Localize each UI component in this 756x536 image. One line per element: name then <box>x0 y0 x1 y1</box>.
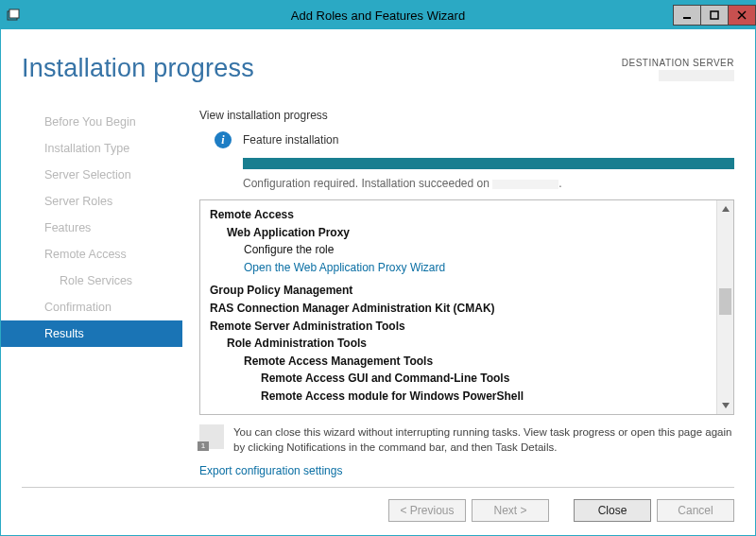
tree-configure-role: Configure the role <box>210 241 707 259</box>
svg-rect-3 <box>711 11 718 19</box>
minimize-button[interactable] <box>673 5 701 26</box>
status-message-post: . <box>558 177 561 190</box>
view-progress-label: View installation progress <box>199 109 734 122</box>
sidebar-item-confirmation: Confirmation <box>22 294 182 320</box>
note-text: You can close this wizard without interr… <box>233 424 734 455</box>
sidebar-item-remote-access: Remote Access <box>22 241 182 268</box>
status-message: Configuration required. Installation suc… <box>243 177 734 190</box>
next-button: Next > <box>472 499 549 522</box>
window-title: Add Roles and Features Wizard <box>1 9 755 23</box>
maximize-button[interactable] <box>700 5 729 26</box>
tree-remote-access-powershell: Remote Access module for Windows PowerSh… <box>210 388 707 406</box>
export-config-link[interactable]: Export configuration settings <box>199 464 734 477</box>
status-row: i Feature installation <box>199 131 734 148</box>
sidebar-item-role-services: Role Services <box>22 268 182 294</box>
status-title: Feature installation <box>243 133 338 147</box>
destination-label: DESTINATION SERVER <box>622 58 734 68</box>
info-icon: i <box>215 131 232 148</box>
sidebar-item-results[interactable]: Results <box>1 320 182 347</box>
tree-web-application-proxy: Web Application Proxy <box>210 224 707 242</box>
tree-rsat: Remote Server Administration Tools <box>210 318 707 336</box>
svg-marker-7 <box>722 403 730 408</box>
title-bar: Add Roles and Features Wizard <box>1 1 755 29</box>
svg-marker-6 <box>722 206 730 212</box>
sidebar-item-server-selection: Server Selection <box>22 162 182 188</box>
sidebar-item-server-roles: Server Roles <box>22 188 182 215</box>
sidebar-item-installation-type: Installation Type <box>22 135 182 162</box>
status-message-pre: Configuration required. Installation suc… <box>243 177 492 190</box>
previous-button: < Previous <box>388 499 466 522</box>
destination-server: DESTINATION SERVER <box>622 54 734 81</box>
window-controls <box>673 6 755 26</box>
info-note: 1 You can close this wizard without inte… <box>199 424 734 455</box>
wizard-body: Installation progress DESTINATION SERVER… <box>1 29 755 535</box>
scrollbar[interactable] <box>716 200 733 414</box>
sidebar-item-features: Features <box>22 215 182 241</box>
content-area: View installation progress i Feature ins… <box>182 109 734 477</box>
svg-rect-1 <box>9 9 19 18</box>
scroll-thumb[interactable] <box>719 288 731 315</box>
cancel-button: Cancel <box>657 499 734 522</box>
destination-server-name <box>659 70 734 81</box>
app-icon <box>1 9 26 22</box>
note-flag-icon: 1 <box>199 424 224 449</box>
tree-cmak: RAS Connection Manager Administration Ki… <box>210 300 707 318</box>
tree-group-policy-management: Group Policy Management <box>210 282 707 300</box>
main-row: Before You Begin Installation Type Serve… <box>22 109 734 477</box>
results-tree-content: Remote Access Web Application Proxy Conf… <box>200 200 716 414</box>
server-name-redacted <box>492 180 558 189</box>
close-window-button[interactable] <box>728 5 756 26</box>
page-header: Installation progress DESTINATION SERVER <box>22 29 734 109</box>
progress-bar-fill <box>243 158 734 169</box>
scroll-down-button[interactable] <box>717 397 733 414</box>
tree-remote-access: Remote Access <box>210 206 707 224</box>
tree-remote-access-mgmt-tools: Remote Access Management Tools <box>210 353 707 371</box>
open-wap-wizard-link[interactable]: Open the Web Application Proxy Wizard <box>210 259 707 277</box>
wizard-sidebar: Before You Begin Installation Type Serve… <box>22 109 182 477</box>
wizard-footer: < Previous Next > Close Cancel <box>22 487 734 522</box>
close-button[interactable]: Close <box>574 499 651 522</box>
results-tree: Remote Access Web Application Proxy Conf… <box>199 199 734 415</box>
wizard-window: Add Roles and Features Wizard Installati… <box>0 0 756 536</box>
progress-bar <box>243 158 734 169</box>
tree-remote-access-gui: Remote Access GUI and Command-Line Tools <box>210 370 707 388</box>
tree-role-admin-tools: Role Administration Tools <box>210 335 707 353</box>
page-title: Installation progress <box>22 54 622 83</box>
sidebar-item-before-you-begin: Before You Begin <box>22 109 182 135</box>
scroll-track[interactable] <box>717 217 733 397</box>
scroll-up-button[interactable] <box>717 200 733 217</box>
